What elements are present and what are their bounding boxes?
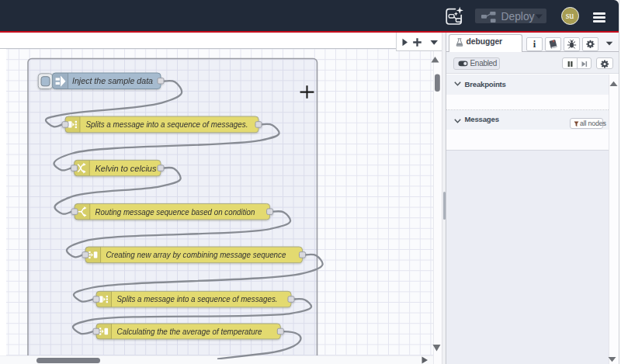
- svg-text:Splits a message into a sequen: Splits a message into a sequence of mess…: [86, 120, 248, 129]
- svg-text:Deploy: Deploy: [501, 11, 535, 23]
- svg-text:Creating new array by combinin: Creating new array by combining message …: [106, 250, 286, 259]
- svg-text:Kelvin to celcius: Kelvin to celcius: [95, 164, 158, 173]
- svg-text:Splits a message into a sequen: Splits a message into a sequence of mess…: [117, 294, 278, 303]
- svg-text:Routing message sequence based: Routing message sequence based on condit…: [95, 207, 255, 217]
- svg-text:Inject the sample data: Inject the sample data: [72, 76, 153, 85]
- svg-text:Calculating the the average of: Calculating the the average of temperatu…: [117, 327, 262, 336]
